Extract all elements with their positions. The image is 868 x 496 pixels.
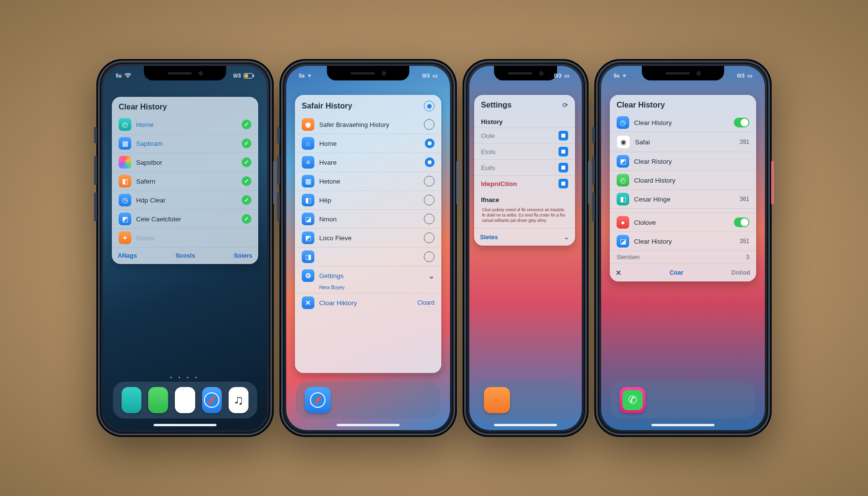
- list-item[interactable]: ◧ Safern: [112, 171, 258, 190]
- check-icon: [242, 120, 251, 129]
- footer-btn[interactable]: Dnilod: [731, 269, 750, 276]
- dock-app-icon[interactable]: [148, 387, 168, 413]
- footer-btn[interactable]: Coar: [669, 269, 683, 276]
- dock: [475, 382, 575, 418]
- footer-btn[interactable]: Sletes: [480, 234, 498, 241]
- status-bar: 0/3▭: [469, 70, 582, 81]
- volume-up[interactable]: [592, 156, 595, 185]
- dock-app-safari-icon[interactable]: [305, 387, 331, 413]
- row-icon: ◴: [617, 174, 629, 186]
- settings-label: Gettings: [319, 272, 423, 279]
- volume-up[interactable]: [94, 156, 97, 185]
- list-item[interactable]: ◪Clear History351: [610, 232, 756, 250]
- page-dots: ● ● ● ●: [103, 376, 267, 379]
- dock-app-icon[interactable]: [175, 387, 195, 413]
- clear-history-row[interactable]: ✕ Cloar Hiktory Cloard: [295, 293, 441, 312]
- dock-app-phone-icon[interactable]: ✆: [620, 387, 646, 413]
- list-item[interactable]: Etols: [474, 143, 575, 159]
- list-item[interactable]: ✦ Gorea: [112, 228, 258, 247]
- clear-history-card: Clear History ◴ Home ▦ Sapbram Sapstbor: [112, 97, 258, 264]
- card-title: Safair History: [295, 95, 441, 115]
- list-item[interactable]: ◧Hép: [295, 190, 441, 209]
- item-label: Clear History: [634, 238, 735, 245]
- phone-1: 5s 0/3 Clear History ◴ Home ▦ Sapbram: [96, 59, 274, 437]
- fine-print: Clion puliniy creed of fle censorus an t…: [474, 205, 575, 228]
- footer-btn[interactable]: Soiers: [234, 252, 252, 259]
- volume-up[interactable]: [277, 156, 280, 185]
- footer-btn[interactable]: ANags: [118, 252, 137, 259]
- status-right: 0/3: [233, 73, 241, 78]
- row-icon: ▦: [302, 175, 314, 187]
- radio-icon: [424, 251, 434, 262]
- status-left: 5s: [116, 73, 122, 78]
- mute-switch[interactable]: [592, 127, 595, 143]
- list-item[interactable]: ◴ Home: [112, 115, 258, 134]
- toggle-on-icon[interactable]: [734, 217, 749, 227]
- list-item[interactable]: ◉Safai391: [610, 132, 756, 152]
- power-button[interactable]: [588, 161, 591, 204]
- phone-4: 5sᯤ 0/3▭ Clear History ◷Clear Hlstory ◉S…: [594, 59, 772, 437]
- phone-3: 0/3▭ Settings ⟳ History Oole Etols Euils…: [463, 59, 589, 437]
- power-button[interactable]: [456, 161, 459, 204]
- list-item[interactable]: ◧Cesar Hinge361: [610, 189, 756, 208]
- list-item[interactable]: ●Clolove: [610, 213, 756, 232]
- volume-down[interactable]: [277, 192, 280, 221]
- row-icon: ◧: [302, 194, 314, 206]
- list-item[interactable]: ◪Nmon: [295, 209, 441, 228]
- mute-switch[interactable]: [94, 127, 97, 143]
- settings-row[interactable]: ⚙ Gettings ⌄: [295, 266, 441, 285]
- item-label: Clear Ristory: [634, 158, 749, 165]
- radio-icon[interactable]: [424, 101, 434, 111]
- home-indicator[interactable]: [337, 424, 400, 426]
- mute-switch[interactable]: [277, 127, 280, 143]
- list-item[interactable]: Oole: [474, 127, 575, 143]
- list-item[interactable]: ⌂Home: [295, 134, 441, 153]
- list-item[interactable]: Sapstbor: [112, 153, 258, 171]
- list-item[interactable]: IdepniCtion: [474, 175, 575, 191]
- radio-icon: [424, 176, 434, 186]
- power-button[interactable]: [273, 161, 276, 204]
- row-icon: ⌂: [302, 137, 314, 150]
- volume-down[interactable]: [94, 192, 97, 221]
- list-item[interactable]: ▦Hetone: [295, 171, 441, 190]
- volume-down[interactable]: [592, 192, 595, 221]
- dock-app-music-icon[interactable]: ♫: [229, 387, 248, 413]
- chevron-down-icon[interactable]: ⌄: [564, 233, 569, 241]
- list-item[interactable]: ◴Cloard History: [610, 170, 756, 189]
- list-item[interactable]: ◷ Hdp Clear: [112, 190, 258, 209]
- toggle-on-icon[interactable]: [734, 118, 749, 127]
- dock-app-icon[interactable]: [484, 387, 510, 413]
- list-item[interactable]: ◷Clear Hlstory: [610, 113, 756, 132]
- radio-icon[interactable]: [424, 119, 434, 130]
- status-bar: 5sᯤ 0/3▭: [601, 70, 765, 81]
- home-indicator[interactable]: [651, 424, 714, 426]
- item-label: Oole: [481, 132, 554, 140]
- home-indicator[interactable]: [154, 424, 217, 426]
- dock-app-safari-icon[interactable]: [202, 387, 222, 413]
- trash-icon: ✕: [302, 296, 314, 309]
- svg-rect-2: [245, 74, 248, 78]
- row-icon: ◪: [302, 213, 314, 225]
- power-button[interactable]: [771, 161, 774, 204]
- folder-icon: [558, 131, 568, 140]
- list-item[interactable]: ≡Hvare: [295, 153, 441, 171]
- section-header: History: [474, 113, 575, 127]
- row-icon: ◩: [617, 155, 629, 168]
- list-item[interactable]: ◩Loco Fteve: [295, 228, 441, 247]
- app-icon: [119, 156, 131, 169]
- home-indicator[interactable]: [494, 424, 557, 426]
- refresh-icon[interactable]: ⟳: [562, 101, 568, 109]
- list-item[interactable]: ◩Clear Ristory: [610, 152, 756, 170]
- close-icon[interactable]: ✕: [616, 269, 621, 277]
- list-item[interactable]: ◩ Cele Caelcfoter: [112, 209, 258, 228]
- svg-rect-3: [253, 75, 254, 77]
- app-icon: ▦: [119, 137, 131, 150]
- list-item[interactable]: ◨: [295, 247, 441, 266]
- list-item[interactable]: Euils: [474, 159, 575, 175]
- list-item[interactable]: ▦ Sapbram: [112, 134, 258, 153]
- footer-btn[interactable]: Scosls: [176, 252, 195, 259]
- dock-app-icon[interactable]: [122, 387, 141, 413]
- item-label: Sapbram: [136, 140, 237, 147]
- phone-row: 5s 0/3 Clear History ◴ Home ▦ Sapbram: [96, 59, 772, 437]
- title-text: Settings: [481, 101, 512, 109]
